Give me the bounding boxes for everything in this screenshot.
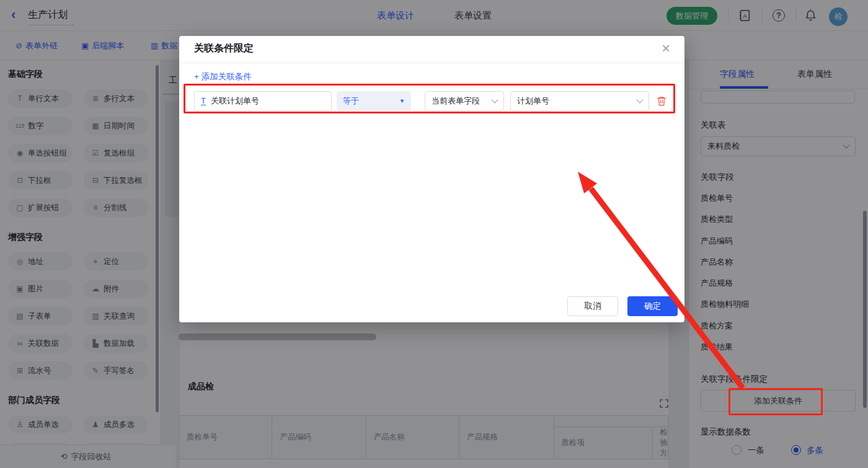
cancel-button[interactable]: 取消 <box>567 296 618 316</box>
chevron-down-icon <box>491 96 498 103</box>
modal-title: 关联条件限定 <box>194 42 254 55</box>
source-select[interactable]: 当前表单字段 <box>425 91 504 111</box>
dropdown-triangle-icon: ▼ <box>399 98 405 104</box>
operator-select[interactable]: 等于 ▼ <box>337 91 411 111</box>
condition-field-select[interactable]: T 关联计划单号 <box>194 91 332 111</box>
add-condition-link[interactable]: + 添加关联条件 <box>194 71 252 82</box>
value-select[interactable]: 计划单号 <box>510 91 649 111</box>
divider <box>179 63 684 63</box>
trash-icon[interactable] <box>656 95 667 107</box>
condition-limit-modal: 关联条件限定 × + 添加关联条件 T 关联计划单号 等于 ▼ 当前表单字段 计… <box>179 36 684 322</box>
chevron-down-icon <box>636 96 643 103</box>
confirm-button[interactable]: 确定 <box>627 296 678 316</box>
text-field-icon: T <box>201 97 206 105</box>
close-icon[interactable]: × <box>662 41 670 56</box>
